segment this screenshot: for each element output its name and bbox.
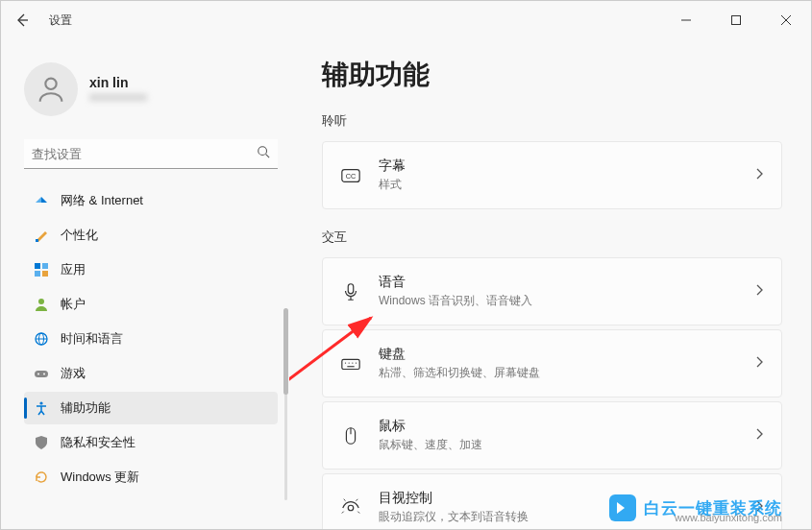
svg-point-5 <box>258 147 267 156</box>
svg-line-6 <box>266 155 270 158</box>
svg-rect-22 <box>348 283 354 293</box>
person-icon <box>34 297 49 312</box>
sidebar-item-gaming[interactable]: 游戏 <box>24 357 278 390</box>
svg-point-18 <box>43 373 45 375</box>
network-icon <box>34 193 49 208</box>
settings-item-captions[interactable]: CC 字幕 样式 <box>322 141 782 209</box>
sidebar-item-apps[interactable]: 应用 <box>24 253 278 286</box>
svg-rect-16 <box>35 371 48 377</box>
search-input[interactable] <box>32 147 257 161</box>
section-title-interaction: 交互 <box>322 229 782 246</box>
item-title: 字幕 <box>379 157 737 175</box>
svg-point-27 <box>356 362 357 363</box>
nav-list: 网络 & Internet 个性化 应用 帐户 时间和语言 <box>24 184 278 518</box>
avatar <box>24 62 78 116</box>
settings-item-keyboard[interactable]: 键盘 粘滞、筛选和切换键、屏幕键盘 <box>322 329 782 398</box>
svg-point-19 <box>39 401 42 404</box>
item-subtitle: 样式 <box>379 177 737 193</box>
accessibility-icon <box>34 400 49 416</box>
watermark-badge-icon <box>609 494 636 521</box>
svg-point-4 <box>45 79 56 89</box>
item-title: 键盘 <box>379 346 737 363</box>
svg-rect-10 <box>35 271 40 277</box>
item-subtitle: 鼠标键、速度、加速 <box>379 437 737 453</box>
close-icon <box>781 15 791 25</box>
svg-rect-11 <box>42 271 48 277</box>
chevron-right-icon <box>754 167 764 184</box>
titlebar: 设置 <box>1 1 811 39</box>
maximize-button[interactable] <box>721 9 751 32</box>
profile-name: xin lin <box>89 75 147 90</box>
svg-point-26 <box>352 362 353 363</box>
apps-icon <box>34 262 49 277</box>
sidebar-item-network[interactable]: 网络 & Internet <box>24 184 278 217</box>
settings-item-mouse[interactable]: 鼠标 鼠标键、速度、加速 <box>322 401 782 470</box>
item-subtitle: 粘滞、筛选和切换键、屏幕键盘 <box>379 365 737 381</box>
watermark-url: www.baiyunxitong.com <box>675 512 782 523</box>
sidebar-item-accessibility[interactable]: 辅助功能 <box>24 392 278 424</box>
settings-item-speech[interactable]: 语音 Windows 语音识别、语音键入 <box>322 257 782 325</box>
mic-icon <box>340 281 361 302</box>
svg-text:CC: CC <box>346 171 357 180</box>
chevron-right-icon <box>754 355 764 373</box>
shield-icon <box>34 435 49 450</box>
sidebar-item-label: 帐户 <box>61 296 86 313</box>
person-icon <box>35 73 67 106</box>
brush-icon <box>34 228 49 243</box>
sidebar-item-label: 时间和语言 <box>61 330 123 348</box>
svg-rect-8 <box>35 263 40 269</box>
app-title: 设置 <box>49 12 72 29</box>
sidebar-item-personalization[interactable]: 个性化 <box>24 219 278 252</box>
svg-point-24 <box>345 362 346 363</box>
sidebar-item-accounts[interactable]: 帐户 <box>24 288 278 321</box>
watermark: 白云一键重装系统 www.baiyunxitong.com <box>609 494 782 521</box>
svg-point-31 <box>348 505 354 511</box>
search-box[interactable] <box>24 139 278 169</box>
sidebar-item-label: 辅助功能 <box>61 399 111 417</box>
chevron-right-icon <box>754 283 764 301</box>
svg-point-12 <box>38 299 44 304</box>
main-content: 辅助功能 聆听 CC 字幕 样式 交互 语音 Windows 语音识别、语音键入 <box>289 39 811 529</box>
sidebar: xin lin xxxxxxxxxx 网络 & Internet 个性化 <box>1 39 289 529</box>
svg-rect-7 <box>36 239 38 242</box>
cc-icon: CC <box>340 165 361 186</box>
search-icon <box>257 145 270 162</box>
svg-rect-23 <box>342 359 359 369</box>
chevron-right-icon <box>754 427 764 445</box>
sidebar-item-label: 个性化 <box>61 227 98 244</box>
minimize-icon <box>681 15 691 25</box>
globe-icon <box>34 331 49 347</box>
maximize-icon <box>731 15 741 25</box>
mouse-icon <box>340 425 361 446</box>
game-icon <box>34 366 49 381</box>
sidebar-item-label: Windows 更新 <box>61 469 139 486</box>
close-button[interactable] <box>771 9 801 32</box>
item-subtitle: Windows 语音识别、语音键入 <box>379 293 737 309</box>
svg-point-25 <box>349 362 350 363</box>
keyboard-icon <box>340 353 361 374</box>
sidebar-item-label: 应用 <box>61 261 86 278</box>
sidebar-scrollbar-thumb[interactable] <box>283 308 288 395</box>
sidebar-item-privacy[interactable]: 隐私和安全性 <box>24 426 278 459</box>
sidebar-item-label: 隐私和安全性 <box>61 434 135 451</box>
back-button[interactable] <box>11 9 34 32</box>
sidebar-item-label: 网络 & Internet <box>61 192 143 209</box>
item-title: 语音 <box>379 274 737 291</box>
update-icon <box>34 470 49 485</box>
eye-icon <box>340 497 361 518</box>
sidebar-item-label: 游戏 <box>61 365 86 382</box>
svg-point-17 <box>37 373 39 375</box>
minimize-button[interactable] <box>671 9 701 32</box>
sidebar-item-time-language[interactable]: 时间和语言 <box>24 323 278 355</box>
svg-rect-1 <box>732 16 741 25</box>
item-title: 鼠标 <box>379 418 737 435</box>
sidebar-item-windows-update[interactable]: Windows 更新 <box>24 461 278 494</box>
profile[interactable]: xin lin xxxxxxxxxx <box>24 62 278 116</box>
profile-email: xxxxxxxxxx <box>89 90 147 104</box>
back-arrow-icon <box>14 12 30 28</box>
page-title: 辅助功能 <box>322 57 782 93</box>
svg-rect-9 <box>42 263 48 269</box>
section-title-hearing: 聆听 <box>322 112 782 130</box>
